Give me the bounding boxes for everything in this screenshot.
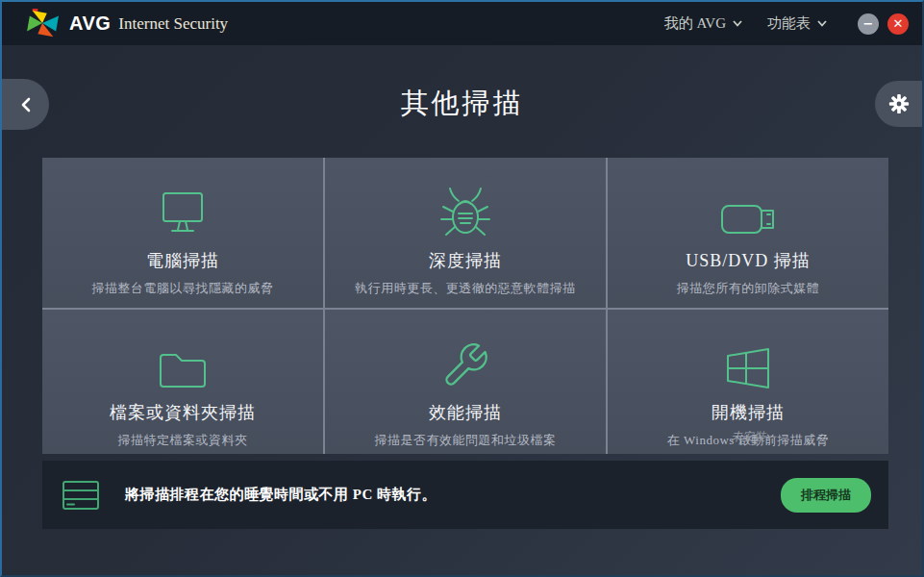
page-title: 其他掃描	[2, 85, 922, 123]
main-menu-label: 功能表	[767, 14, 811, 33]
bug-icon	[438, 183, 492, 238]
usb-icon	[719, 183, 777, 238]
product-name: Internet Security	[118, 14, 228, 34]
tile-desc: 掃描特定檔案或資料夾	[118, 432, 248, 449]
tile-deep-scan[interactable]: 深度掃描 執行用時更長、更透徹的惡意軟體掃描	[325, 158, 606, 308]
tile-title: 檔案或資料夾掃描	[110, 401, 256, 424]
chevron-left-icon	[20, 97, 31, 113]
minimize-button[interactable]: −	[858, 13, 879, 35]
folder-icon	[158, 335, 208, 390]
tile-desc: 執行用時更長、更透徹的惡意軟體掃描	[355, 280, 576, 297]
windows-icon	[723, 335, 773, 390]
monitor-icon	[156, 183, 210, 238]
close-button[interactable]: ✕	[887, 13, 909, 35]
tile-desc: 掃描整台電腦以尋找隱藏的威脅	[92, 280, 274, 297]
tile-file-folder-scan[interactable]: 檔案或資料夾掃描 掃描特定檔案或資料夾	[42, 310, 323, 454]
tile-desc: 掃描您所有的卸除式媒體	[677, 280, 820, 297]
avg-window: AVG Internet Security 我的 AVG 功能表 − ✕ 其他掃…	[0, 0, 924, 577]
tile-usb-dvd-scan[interactable]: USB/DVD 掃描 掃描您所有的卸除式媒體	[608, 158, 888, 308]
tile-performance-scan[interactable]: 效能掃描 掃描是否有效能問題和垃圾檔案	[325, 310, 606, 454]
schedule-scan-button[interactable]: 排程掃描	[781, 478, 871, 513]
scan-grid: 電腦掃描 掃描整台電腦以尋找隱藏的威脅 深度掃描 執行用時更長、更透徹的惡意軟體…	[42, 158, 888, 454]
tile-title: 深度掃描	[429, 249, 502, 272]
my-avg-menu-label: 我的 AVG	[664, 14, 726, 33]
avg-logo-icon	[25, 9, 62, 39]
main-menu[interactable]: 功能表	[767, 14, 827, 33]
tile-desc: 掃描是否有效能問題和垃圾檔案	[375, 432, 557, 449]
gear-icon	[888, 93, 910, 114]
schedule-icon	[62, 480, 100, 511]
tile-computer-scan[interactable]: 電腦掃描 掃描整台電腦以尋找隱藏的威脅	[42, 158, 323, 308]
tile-boot-scan[interactable]: 開機掃描 在 Windows 啟動前掃描威脅 未安裝	[608, 310, 888, 454]
brand-name: AVG	[69, 13, 111, 35]
my-avg-menu[interactable]: 我的 AVG	[664, 14, 742, 33]
chevron-down-icon	[733, 20, 742, 27]
not-installed-note: 未安裝	[608, 429, 888, 445]
titlebar: AVG Internet Security 我的 AVG 功能表 − ✕	[2, 2, 922, 45]
tile-title: 開機掃描	[712, 401, 785, 424]
chevron-down-icon	[817, 20, 827, 27]
tile-title: USB/DVD 掃描	[686, 249, 811, 272]
schedule-message: 將掃描排程在您的睡覺時間或不用 PC 時執行。	[125, 486, 437, 504]
tile-title: 效能掃描	[429, 401, 502, 424]
schedule-bar: 將掃描排程在您的睡覺時間或不用 PC 時執行。 排程掃描	[42, 461, 888, 529]
wrench-icon	[440, 335, 490, 390]
tile-title: 電腦掃描	[146, 249, 219, 272]
settings-button[interactable]	[875, 81, 922, 127]
